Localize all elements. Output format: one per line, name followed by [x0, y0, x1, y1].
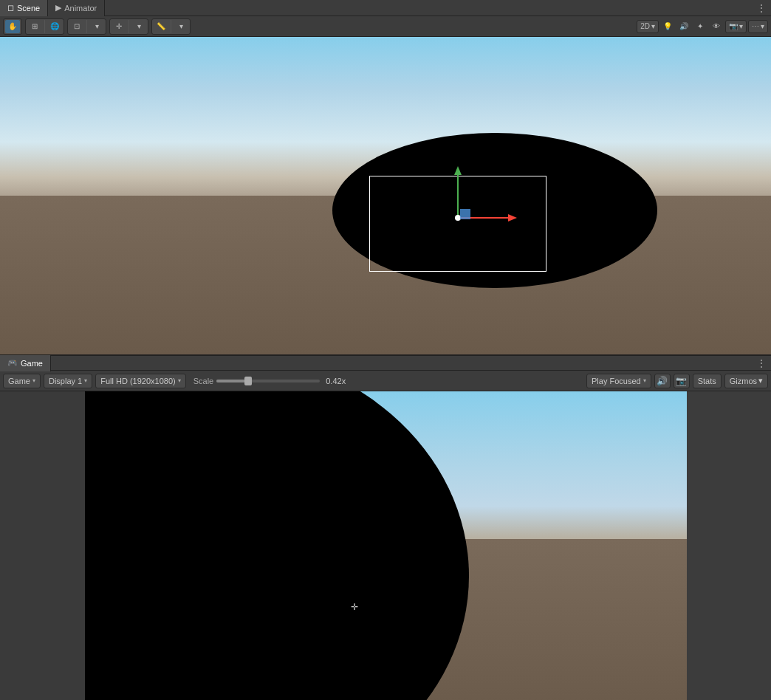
separator4 [171, 20, 171, 33]
game-toolbar-right: Play Focused ▾ 🔊 📷 Stats Gizmos ▾ [586, 374, 768, 388]
display-dropdown[interactable]: Display 1 ▾ [44, 374, 92, 388]
game-tab-more-button[interactable]: ⋮ [752, 357, 771, 369]
game-tab-bar: 🎮 Game ⋮ [0, 354, 771, 371]
light-button[interactable]: 💡 [660, 20, 675, 33]
transform-button[interactable]: ✛ [112, 20, 126, 33]
resolution-label: Full HD (1920x1080) [100, 377, 176, 385]
toolbar-group-ruler: 📏 ▾ [151, 18, 191, 35]
grid-snap-button[interactable]: ⊡ [69, 20, 84, 33]
overlay-icon: ⋯ [752, 22, 759, 30]
overlay-dropdown[interactable]: ⋯ ▾ [748, 20, 768, 33]
scene-view[interactable]: ✋ ✛ ↻ ⬜ ⤢ ◎ [0, 37, 771, 354]
toolbar-group-transform: ✛ ▾ [109, 18, 148, 35]
snap-settings-button[interactable]: ▾ [89, 20, 104, 33]
pivot-button[interactable]: ⊞ [27, 20, 42, 33]
gizmos-button[interactable]: Gizmos ▾ [724, 374, 768, 388]
game-tab-label: Game [21, 359, 43, 368]
toolbar-group-snap: ⊡ ▾ [67, 18, 106, 35]
toolbar-right-group: 2D ▾ 💡 🔊 ✦ 👁 📷 ▾ ⋯ ▾ [637, 20, 768, 33]
game-tab[interactable]: 🎮 Game [0, 355, 51, 371]
play-focused-label: Play Focused [592, 377, 641, 385]
game-view-arrow: ▾ [32, 377, 35, 384]
handle-tool-button[interactable]: ✋ [5, 20, 20, 33]
camera-arrow: ▾ [739, 22, 743, 30]
visibility-button[interactable]: 👁 [709, 20, 724, 33]
toolbar-group-pivot: ⊞ 🌐 [25, 18, 64, 35]
scale-slider-thumb [244, 377, 252, 385]
game-view-label: Game [8, 377, 30, 385]
game-ellipse-object [85, 391, 469, 700]
stats-button[interactable]: Stats [693, 374, 722, 388]
play-focused-arrow: ▾ [643, 377, 646, 384]
scale-slider-fill [216, 380, 245, 382]
scene-toolbar: ✋ ⊞ 🌐 ⊡ ▾ ✛ ▾ 📏 ▾ 2D ▾ 💡 🔊 ✦ 👁 📷 ▾ ⋯ [0, 16, 771, 37]
mute-audio-button[interactable]: 🔊 [654, 374, 671, 388]
animator-tab-label: Animator [64, 4, 97, 13]
display-arrow: ▾ [84, 377, 87, 384]
camera-icon: 📷 [729, 22, 738, 30]
screenshot-icon: 📷 [676, 376, 687, 386]
display-label: Display 1 [49, 377, 82, 385]
game-tab-icon: 🎮 [7, 358, 18, 368]
resolution-arrow: ▾ [178, 377, 181, 384]
ruler-button[interactable]: 📏 [154, 20, 168, 33]
scale-slider-container[interactable] [216, 380, 320, 382]
view2d-button[interactable]: 2D ▾ [637, 20, 659, 33]
view2d-dropdown-arrow: ▾ [651, 22, 655, 30]
scene-ellipse-object [332, 133, 657, 288]
game-toolbar: Game ▾ Display 1 ▾ Full HD (1920x1080) ▾… [0, 371, 771, 391]
resolution-dropdown[interactable]: Full HD (1920x1080) ▾ [95, 374, 186, 388]
audio-button[interactable]: 🔊 [676, 20, 691, 33]
game-canvas-area [85, 391, 687, 700]
stats-label: Stats [698, 377, 716, 385]
overlay-arrow: ▾ [761, 22, 764, 30]
global-button[interactable]: 🌐 [47, 20, 62, 33]
scale-label: Scale [193, 377, 214, 385]
scale-slider[interactable] [216, 380, 320, 382]
scene-tab-label: Scene [17, 4, 40, 13]
scene-tab-icon: ◻ [7, 3, 14, 13]
gizmos-arrow: ▾ [758, 376, 763, 385]
animator-tab[interactable]: ▶ Animator [48, 0, 105, 16]
separator [44, 20, 45, 33]
scale-value: 0.42x [326, 377, 346, 385]
mute-audio-icon: 🔊 [657, 376, 668, 386]
play-focused-button[interactable]: Play Focused ▾ [586, 374, 651, 388]
tab-more-button[interactable]: ⋮ [752, 2, 771, 14]
separator3 [128, 20, 129, 33]
transform-dropdown-button[interactable]: ▾ [131, 20, 146, 33]
game-view-dropdown[interactable]: Game ▾ [3, 374, 41, 388]
game-view[interactable]: ✛ [0, 391, 771, 700]
game-left-panel [0, 391, 85, 700]
camera-dropdown[interactable]: 📷 ▾ [725, 20, 747, 33]
separator2 [86, 20, 87, 33]
animator-tab-icon: ▶ [55, 3, 61, 13]
gizmos-label: Gizmos [730, 377, 757, 385]
scene-animator-tab-bar: ◻ Scene ▶ Animator ⋮ [0, 0, 771, 16]
view2d-label: 2D [640, 22, 650, 30]
effects-button[interactable]: ✦ [693, 20, 707, 33]
scene-tab[interactable]: ◻ Scene [0, 0, 48, 16]
ruler-dropdown-button[interactable]: ▾ [174, 20, 188, 33]
toolbar-group-handle: ✋ [3, 18, 22, 35]
screenshot-button[interactable]: 📷 [674, 374, 690, 388]
